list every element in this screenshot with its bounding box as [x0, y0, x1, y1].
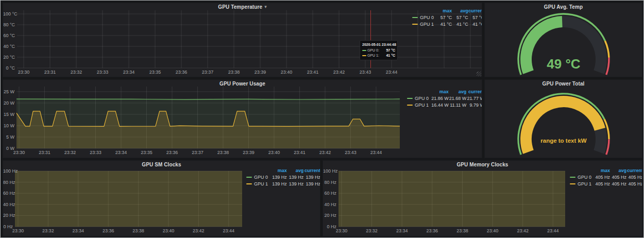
legend-value: 41 °C: [452, 22, 468, 27]
legend-row-gpu1[interactable]: GPU 116.44 W11.11 W9.79 W: [407, 101, 482, 108]
legend-row-gpu1[interactable]: GPU 1139 Hz139 Hz139 Hz: [246, 180, 320, 187]
x-tick-label: 23:31: [40, 70, 60, 75]
legend-value: 21.86 W: [431, 96, 449, 101]
panel-gpu-avg-temp: GPU Avg. Temp 49 °C: [484, 3, 642, 77]
series-color-dash-icon: [362, 55, 366, 56]
x-tick-label: 23:44: [366, 150, 386, 155]
tooltip-series-label: GPU 1:: [367, 53, 384, 58]
panel-header-gpu-power-total[interactable]: GPU Power Total: [485, 80, 642, 88]
legend-header-current[interactable]: current: [626, 168, 642, 173]
x-tick-label: 23:36: [98, 228, 118, 233]
x-tick-label: 23:37: [197, 70, 218, 75]
series-color-dash-icon: [570, 183, 575, 184]
panel-header-gpu-avg-temp[interactable]: GPU Avg. Temp: [485, 3, 642, 11]
x-tick-label: 23:35: [145, 70, 165, 75]
series-color-dash-icon: [246, 183, 252, 184]
x-tick-label: 23:43: [355, 70, 376, 75]
x-tick-label: 23:32: [38, 228, 58, 233]
x-tick-label: 23:33: [85, 150, 106, 155]
x-tick-label: 23:34: [111, 150, 131, 155]
x-tick-label: 23:38: [452, 228, 472, 233]
legend-value: 11.11 W: [449, 103, 467, 108]
legend-value: 405 Hz: [626, 175, 642, 180]
x-tick-label: 23:36: [162, 150, 182, 155]
x-tick-label: 23:43: [340, 150, 361, 155]
panel-header-gpu-sm-clocks[interactable]: GPU SM Clocks: [3, 161, 320, 168]
x-tick-label: 23:44: [381, 70, 402, 75]
legend-value: 405 Hz: [610, 175, 626, 180]
gpu-memory-clocks-svg: [338, 171, 565, 227]
gpu-power-usage-chart[interactable]: [16, 87, 400, 148]
legend-header-current[interactable]: current: [303, 168, 320, 173]
x-tick-label: 23:35: [136, 150, 157, 155]
tooltip-series-value: 41 °C: [386, 53, 395, 58]
legend-row-gpu0[interactable]: GPU 0405 Hz405 Hz405 Hz: [570, 174, 642, 180]
x-tick-label: 23:34: [118, 70, 139, 75]
tooltip-series-label: GPU 0:: [367, 48, 384, 53]
legend-row-gpu1[interactable]: GPU 141 °C41 °C41 °C: [412, 21, 482, 27]
y-tick-label: 15 W: [3, 112, 14, 117]
x-tick-label: 23:32: [66, 70, 87, 75]
panel-header-gpu-power-usage[interactable]: GPU Power Usage: [3, 80, 482, 88]
legend-header: maxavgcurrent: [407, 88, 482, 95]
legend-row-gpu1[interactable]: GPU 1405 Hz405 Hz405 Hz: [570, 180, 642, 187]
x-tick-label: 23:30: [13, 70, 34, 75]
panel-title-gpu-temperature: GPU Temperature: [218, 4, 262, 10]
y-tick-label: 25 W: [3, 89, 14, 94]
legend-header-avg[interactable]: avg: [449, 89, 467, 94]
legend-value: 21.77 W: [466, 96, 482, 101]
legend-row-gpu0[interactable]: GPU 057 °C57 °C57 °C: [412, 14, 482, 21]
panel-title-gpu-power-total: GPU Power Total: [543, 81, 585, 87]
series-color-dash-icon: [407, 98, 413, 99]
y-tick-label: 20 Hz: [323, 213, 336, 218]
x-tick-label: 23:40: [276, 70, 297, 75]
y-tick-label: 80 °C: [3, 22, 15, 27]
x-tick-label: 23:34: [68, 228, 89, 233]
legend-value: 9.79 W: [466, 103, 482, 108]
y-tick-label: 100 Hz: [323, 168, 336, 174]
x-tick-label: 23:42: [329, 70, 349, 75]
legend-value: 41 °C: [468, 22, 482, 27]
panel-title-gpu-memory-clocks: GPU Memory Clocks: [456, 162, 508, 167]
x-tick-label: 23:30: [8, 228, 28, 233]
x-tick-label: 23:41: [302, 70, 323, 75]
legend-row-gpu0[interactable]: GPU 021.86 W21.68 W21.77 W: [407, 95, 482, 101]
panel-menu-caret-icon[interactable]: ▾: [264, 5, 267, 9]
legend-row-gpu0[interactable]: GPU 0139 Hz139 Hz139 Hz: [246, 174, 320, 180]
series-color-dash-icon: [407, 105, 413, 106]
x-tick-label: 23:38: [224, 70, 244, 75]
x-tick-label: 23:40: [264, 150, 284, 155]
legend-value: 405 Hz: [594, 181, 610, 186]
series-color-dash-icon: [570, 177, 575, 178]
x-tick-label: 23:39: [250, 70, 270, 75]
x-tick-label: 23:39: [238, 150, 259, 155]
legend-header-max[interactable]: max: [431, 89, 449, 94]
y-tick-label: 80 Hz: [3, 180, 13, 185]
legend-header-max[interactable]: max: [270, 168, 287, 173]
x-tick-label: 23:31: [34, 150, 55, 155]
gpu-avg-temp-svg: 49 °C: [485, 3, 642, 77]
series-area-gpu1: [338, 171, 565, 227]
panel-header-gpu-memory-clocks[interactable]: GPU Memory Clocks: [323, 161, 642, 168]
x-tick-label: 23:38: [128, 228, 149, 233]
legend-header-avg[interactable]: avg: [287, 168, 304, 173]
legend-header-max[interactable]: max: [594, 168, 610, 173]
series-color-dash-icon: [246, 177, 252, 178]
x-tick-label: 23:42: [513, 228, 533, 233]
panel-gpu-power-usage: GPU Power Usage maxavgcurrentGPU 021.86 …: [3, 79, 482, 158]
panel-resize-handle[interactable]: [477, 72, 481, 76]
x-tick-label: 23:44: [218, 228, 239, 233]
x-tick-label: 23:37: [187, 150, 208, 155]
panel-gpu-power-total: GPU Power Total range to text kW: [484, 79, 642, 158]
legend-header-avg[interactable]: avg: [610, 168, 626, 173]
legend-value: 139 Hz: [287, 175, 304, 180]
x-tick-label: 23:30: [9, 150, 29, 155]
series-color-dash-icon: [412, 24, 418, 25]
x-tick-label: 23:36: [422, 228, 443, 233]
gpu-memory-clocks-chart[interactable]: [338, 171, 565, 227]
gpu-power-usage-svg: [16, 87, 400, 148]
gpu-sm-clocks-chart[interactable]: [15, 171, 242, 227]
gauge-value-text: 49 °C: [547, 56, 581, 72]
panel-header-gpu-temperature[interactable]: GPU Temperature ▾: [3, 3, 482, 11]
legend-header-current[interactable]: current: [466, 89, 482, 94]
